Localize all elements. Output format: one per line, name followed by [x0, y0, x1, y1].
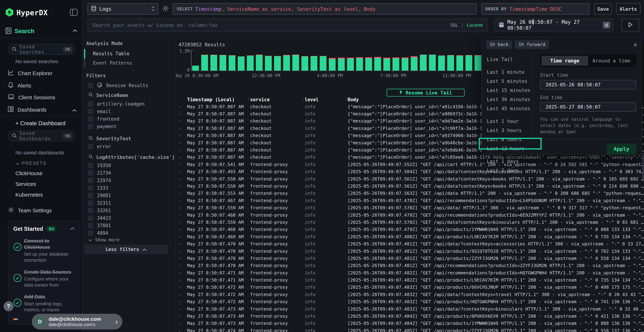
- histogram-bar[interactable]: [192, 66, 199, 71]
- table-row[interactable]: › May 27 8:50:07.473 AM frontend-proxy i…: [177, 312, 644, 320]
- 1h-back-button[interactable]: 1h back: [486, 40, 512, 49]
- preset-kubernetes[interactable]: Kubernetes: [16, 192, 43, 198]
- col-timestamp[interactable]: Timestamp (Local): [184, 97, 248, 102]
- denoise-results-toggle[interactable]: Denoise Results: [88, 82, 172, 89]
- row-expand-icon[interactable]: ›: [177, 292, 184, 297]
- row-expand-icon[interactable]: ›: [177, 104, 184, 109]
- checkbox[interactable]: [88, 102, 93, 106]
- create-dashboard-button[interactable]: + Create Dashboard: [16, 120, 76, 127]
- presets-header[interactable]: PRESETS: [16, 161, 46, 166]
- row-expand-icon[interactable]: ›: [177, 184, 184, 189]
- histogram-bar[interactable]: [474, 55, 482, 71]
- row-expand-icon[interactable]: ›: [177, 306, 184, 312]
- date-range-input[interactable]: May 26 08:50:07 - May 27 08:50:07 d: [494, 18, 613, 32]
- table-row[interactable]: › May 27 8:50:07.470 AM frontend-proxy i…: [177, 248, 644, 255]
- row-expand-icon[interactable]: ›: [177, 162, 184, 167]
- save-button[interactable]: Save: [594, 3, 612, 15]
- filter-option[interactable]: email: [88, 108, 172, 115]
- mode-results-table[interactable]: Results Table: [84, 49, 172, 58]
- table-row[interactable]: › May 27 8:50:07.553 AM frontend-proxy i…: [177, 190, 644, 197]
- scrollbar-thumb[interactable]: [642, 153, 644, 180]
- chevron-up-icon[interactable]: [72, 107, 76, 113]
- row-expand-icon[interactable]: ›: [177, 212, 184, 218]
- row-expand-icon[interactable]: ›: [177, 321, 184, 326]
- mode-event-patterns[interactable]: Event Patterns: [84, 58, 172, 68]
- row-expand-icon[interactable]: ›: [177, 241, 184, 246]
- checkbox[interactable]: [88, 208, 93, 213]
- filter-option[interactable]: artillery-loadgen: [88, 100, 172, 108]
- table-row[interactable]: › May 27 8:50:07.473 AM frontend-proxy i…: [177, 305, 644, 312]
- checkbox[interactable]: [88, 223, 93, 228]
- histogram-bar[interactable]: [238, 56, 244, 71]
- checkbox[interactable]: [88, 200, 93, 206]
- checkbox[interactable]: [88, 193, 93, 198]
- checkbox[interactable]: [88, 83, 93, 88]
- row-expand-icon[interactable]: ›: [177, 191, 184, 196]
- filter-option[interactable]: 29081: [88, 192, 172, 199]
- preset-services[interactable]: Services: [16, 181, 36, 187]
- saved-dashboards-input[interactable]: Saved Dashboards ⌘K: [8, 130, 76, 141]
- histogram-bar[interactable]: [466, 55, 472, 71]
- column-resize-handle[interactable]: ⋮: [246, 96, 251, 102]
- sidebar-item-chart-explorer[interactable]: Chart Explorer: [8, 70, 76, 77]
- preset-live-tail[interactable]: Live Tail: [487, 55, 533, 64]
- alerts-button[interactable]: Alerts: [616, 3, 640, 15]
- lang-lucene-toggle[interactable]: Lucene: [467, 22, 483, 28]
- histogram-bar[interactable]: [247, 56, 254, 71]
- time-preset[interactable]: Last 30 minutes: [487, 95, 533, 104]
- time-preset[interactable]: Last 1 days: [487, 157, 533, 166]
- row-expand-icon[interactable]: ›: [177, 176, 184, 182]
- select-query-input[interactable]: SELECT Timestamp, ServiceName as service…: [172, 3, 476, 15]
- filter-option[interactable]: 4894: [88, 229, 172, 237]
- checkbox[interactable]: [88, 230, 93, 236]
- row-expand-icon[interactable]: ›: [177, 148, 184, 152]
- time-preset[interactable]: Last 3 hours: [487, 126, 533, 135]
- table-row[interactable]: › May 27 8:50:07.559 AM frontend-proxy i…: [177, 218, 644, 226]
- histogram-bar[interactable]: [374, 57, 381, 71]
- apply-button[interactable]: Apply: [607, 144, 636, 154]
- table-row[interactable]: › May 27 8:50:07.473 AM frontend-proxy i…: [177, 320, 644, 327]
- table-row[interactable]: › May 27 8:50:07.469 AM frontend-proxy i…: [177, 233, 644, 240]
- row-expand-icon[interactable]: ›: [177, 227, 184, 232]
- histogram-bar[interactable]: [411, 56, 418, 71]
- search-icon[interactable]: [88, 92, 93, 98]
- filter-option[interactable]: 33261: [88, 207, 172, 214]
- filter-option[interactable]: frontend: [88, 115, 172, 123]
- team-settings-item[interactable]: Team Settings: [8, 207, 76, 214]
- checkbox[interactable]: [88, 170, 93, 176]
- histogram-bar[interactable]: [310, 56, 317, 71]
- checkbox[interactable]: [88, 186, 93, 190]
- row-expand-icon[interactable]: ›: [177, 234, 184, 239]
- histogram-bar[interactable]: [420, 54, 427, 71]
- table-row[interactable]: › May 27 8:50:07.471 AM frontend-proxy i…: [177, 276, 644, 284]
- table-row[interactable]: › May 27 8:50:07.472 AM frontend-proxy i…: [177, 298, 644, 305]
- histogram-bar[interactable]: [302, 56, 308, 71]
- histogram-bar[interactable]: [338, 58, 345, 71]
- histogram-bar[interactable]: [383, 58, 390, 71]
- row-expand-icon[interactable]: ›: [177, 205, 184, 210]
- col-level[interactable]: ⋮level: [302, 97, 345, 102]
- row-expand-icon[interactable]: ›: [177, 314, 184, 319]
- table-row[interactable]: › May 27 8:50:07.468 AM frontend-proxy i…: [177, 226, 644, 233]
- resume-live-tail-button[interactable]: Resume Live Tail: [386, 89, 464, 96]
- filter-option[interactable]: payment: [88, 123, 172, 130]
- get-started-step[interactable]: Connect to ClickHouse Set up your databa…: [13, 238, 75, 263]
- histogram-bar[interactable]: [347, 58, 354, 71]
- row-expand-icon[interactable]: ›: [177, 154, 184, 160]
- help-button[interactable]: ?: [4, 301, 14, 311]
- search-input[interactable]: Search your events w/ Lucene ex. column:…: [88, 18, 488, 32]
- filter-option[interactable]: 37801: [88, 222, 172, 229]
- sidebar-item-client-sessions[interactable]: Client Sessions: [8, 94, 76, 101]
- orderby-input[interactable]: ORDER BY TimestampTime DESC: [482, 3, 590, 15]
- sidebar-collapse-icon[interactable]: [70, 9, 78, 17]
- sidebar-item-alerts[interactable]: Alerts: [8, 82, 76, 89]
- histogram-bar[interactable]: [265, 56, 272, 71]
- tab-time-range[interactable]: Time range: [542, 56, 588, 66]
- table-row[interactable]: › May 27 8:50:07.470 AM frontend-proxy i…: [177, 255, 644, 262]
- histogram-bar[interactable]: [356, 57, 363, 71]
- show-more-button[interactable]: Show more: [88, 237, 119, 242]
- column-resize-handle[interactable]: ⋮: [301, 96, 305, 102]
- row-expand-icon[interactable]: ›: [177, 249, 184, 254]
- filter-option[interactable]: 2333: [88, 184, 172, 192]
- histogram-bar[interactable]: [329, 58, 336, 71]
